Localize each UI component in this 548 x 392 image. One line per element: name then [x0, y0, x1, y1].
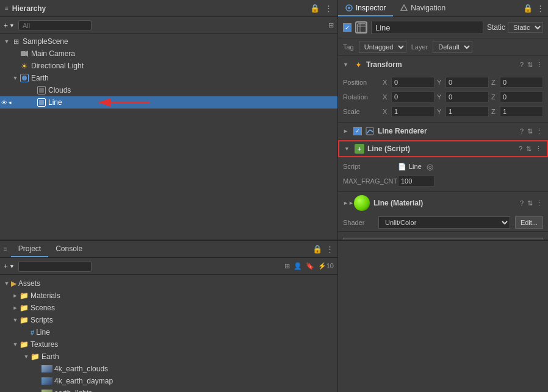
proj-layers-icon[interactable]: ⚡10	[318, 262, 334, 270]
red-arrow-annotation	[92, 94, 153, 110]
layer-dropdown[interactable]: Default	[433, 41, 472, 53]
inspector-tab-icons: 🔒 ⋮	[523, 0, 548, 16]
shader-edit-button[interactable]: Edit...	[515, 216, 543, 229]
proj-person-icon[interactable]: 👤	[294, 262, 302, 270]
transform-header[interactable]: ✦ Transform ? ⇅ ⋮	[338, 56, 548, 73]
gameobject-name-input[interactable]	[371, 21, 483, 34]
inspector-menu-icon[interactable]: ⋮	[536, 4, 544, 13]
ls-menu-icon[interactable]: ⋮	[535, 145, 542, 153]
earth-folder-label: Earth	[41, 352, 59, 361]
scale-x-input[interactable]	[391, 106, 434, 117]
proj-scenes[interactable]: 📁 Scenes	[0, 302, 337, 314]
earth-folder-arrow	[22, 352, 31, 361]
gameobject-active-checkbox[interactable]: ✓	[343, 23, 352, 32]
line-renderer-icon	[365, 126, 375, 136]
pos-x-label: X	[383, 79, 390, 86]
proj-assets-root[interactable]: ▶ Assets	[0, 277, 337, 290]
rotation-x-input[interactable]	[391, 91, 434, 102]
proj-earth-lights[interactable]: earth_lights	[0, 387, 337, 392]
transform-arrow	[343, 62, 350, 68]
navigation-tab-icon	[400, 4, 408, 12]
mat-menu-icon[interactable]: ⋮	[536, 199, 543, 207]
tab-navigation[interactable]: Navigation	[393, 0, 453, 16]
pos-y-label: Y	[437, 79, 444, 86]
tree-item-directional-light[interactable]: ☀ Directional Light	[0, 60, 337, 72]
tag-dropdown[interactable]: Untagged	[359, 41, 406, 53]
shader-dropdown[interactable]: Unlit/Color	[378, 216, 510, 229]
tab-console[interactable]: Console	[48, 241, 90, 257]
shader-label: Shader	[343, 219, 373, 226]
max-frag-input[interactable]	[398, 176, 434, 187]
position-x-input[interactable]	[391, 77, 434, 88]
line-renderer-header[interactable]: ✓ Line Renderer ? ⇅ ⋮	[338, 123, 548, 140]
hierarchy-menu-icon[interactable]: ⋮	[325, 4, 333, 13]
transform-settings-icon[interactable]: ⇅	[527, 61, 533, 69]
scale-y-input[interactable]	[445, 106, 489, 117]
project-add-button[interactable]: + ▼	[4, 262, 15, 271]
tab-project[interactable]: Project	[11, 241, 48, 257]
proj-4k-clouds[interactable]: 4k_earth_clouds	[0, 363, 337, 375]
transform-menu-icon[interactable]: ⋮	[536, 61, 543, 69]
project-lock-icon[interactable]: 🔒	[312, 244, 322, 254]
line-visibility-eye-icon[interactable]: 👁	[1, 99, 7, 106]
samplescene-label: SampleScene	[23, 37, 68, 46]
material-arrow[interactable]: ►	[343, 200, 350, 206]
line-script-header[interactable]: + Line (Script) ? ⇅ ⋮	[338, 140, 548, 157]
script-value-text: Line	[409, 163, 422, 170]
mat-help-icon[interactable]: ?	[520, 199, 524, 207]
position-z-input[interactable]	[500, 77, 543, 88]
line-renderer-checkbox[interactable]: ✓	[353, 127, 362, 135]
clouds-icon	[37, 85, 46, 95]
lr-help-icon[interactable]: ?	[520, 127, 524, 135]
ls-settings-icon[interactable]: ⇅	[526, 145, 532, 153]
rotation-z-input[interactable]	[500, 91, 543, 102]
scale-z-input[interactable]	[500, 106, 543, 117]
scenes-arrow	[11, 304, 20, 312]
rotation-y-input[interactable]	[445, 91, 489, 102]
rotation-xyz: X Y Z	[383, 91, 543, 102]
assets-arrow	[2, 279, 11, 288]
lr-menu-icon[interactable]: ⋮	[536, 127, 543, 135]
proj-materials[interactable]: 📁 Materials	[0, 290, 337, 302]
inspector-lock-icon[interactable]: 🔒	[523, 4, 533, 13]
rotation-y-field: Y	[437, 91, 489, 102]
script-file-icon: 📄	[398, 163, 406, 171]
hierarchy-add-button[interactable]: + ▼	[4, 21, 15, 30]
proj-scripts[interactable]: 📁 Scripts	[0, 314, 337, 326]
project-toolbar-icons: ⊞ 👤 🔖 ⚡10	[284, 262, 334, 270]
proj-line-script[interactable]: # Line	[0, 326, 337, 338]
proj-textures[interactable]: 📁 Textures	[0, 338, 337, 351]
inspector-panel: Inspector Navigation 🔒 ⋮ ✓	[338, 0, 548, 240]
position-y-input[interactable]	[445, 77, 489, 88]
script-circle-icon[interactable]: ◎	[427, 162, 433, 171]
tree-item-line[interactable]: 👁 ◂ Line	[0, 96, 337, 109]
ls-help-icon[interactable]: ?	[519, 145, 522, 152]
tree-item-samplescene[interactable]: ⊞ SampleScene	[0, 35, 337, 48]
scale-row: Scale X Y Z	[343, 105, 543, 118]
hierarchy-lock-icon[interactable]: 🔒	[310, 4, 320, 13]
hierarchy-snapshot-icon[interactable]: ⊞	[328, 21, 334, 29]
project-toolbar: + ▼ ⊞ 👤 🔖 ⚡10	[0, 258, 337, 275]
proj-earth-folder[interactable]: 📁 Earth	[0, 351, 337, 363]
mat-settings-icon[interactable]: ⇅	[527, 199, 533, 207]
earth-lights-img-icon	[41, 390, 52, 392]
tab-inspector[interactable]: Inspector	[338, 0, 393, 16]
transform-fields: Position X Y Z	[338, 73, 548, 122]
shader-row: Shader Unlit/Color Edit...	[338, 214, 548, 231]
project-search-input[interactable]	[18, 261, 92, 272]
proj-4k-daymap[interactable]: 4k_earth_daymap	[0, 375, 337, 387]
lr-settings-icon[interactable]: ⇅	[527, 127, 533, 135]
transform-help-icon[interactable]: ?	[520, 61, 524, 68]
tree-item-main-camera[interactable]: Main Camera	[0, 48, 337, 60]
tree-item-clouds[interactable]: Clouds	[0, 84, 337, 96]
proj-snapshot-icon[interactable]: ⊞	[284, 262, 290, 270]
4k-clouds-img-icon	[41, 365, 52, 372]
tree-item-earth[interactable]: Earth	[0, 72, 337, 84]
4k-daymap-img-icon	[41, 377, 52, 385]
hierarchy-search-input[interactable]	[18, 20, 92, 31]
project-menu-icon[interactable]: ⋮	[326, 244, 334, 254]
proj-bookmark-icon[interactable]: 🔖	[306, 262, 314, 270]
static-dropdown[interactable]: Static	[508, 22, 543, 33]
script-value: 📄 Line ◎	[398, 162, 433, 171]
project-content: ▶ Assets 📁 Materials 📁 Scenes 📁 Scripts	[0, 275, 337, 392]
